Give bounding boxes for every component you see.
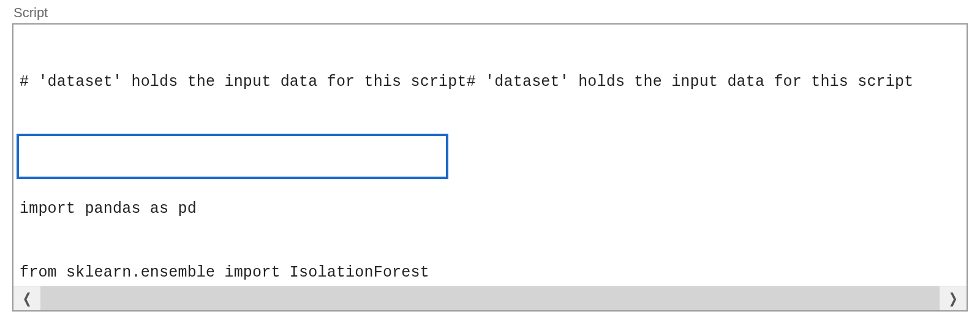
code-area[interactable]: # 'dataset' holds the input data for thi… bbox=[13, 25, 967, 312]
scroll-right-button[interactable]: ❭ bbox=[940, 286, 967, 310]
code-line: # 'dataset' holds the input data for thi… bbox=[20, 72, 960, 93]
script-editor[interactable]: # 'dataset' holds the input data for thi… bbox=[12, 23, 968, 312]
scroll-thumb[interactable] bbox=[40, 286, 940, 310]
scroll-left-button[interactable]: ❬ bbox=[13, 286, 40, 310]
chevron-right-icon: ❭ bbox=[948, 291, 959, 307]
horizontal-scrollbar[interactable]: ❬ ❭ bbox=[13, 286, 967, 310]
panel-label: Script bbox=[12, 5, 968, 21]
code-line: from sklearn.ensemble import IsolationFo… bbox=[20, 262, 960, 284]
chevron-left-icon: ❬ bbox=[21, 291, 32, 307]
highlight-annotation bbox=[17, 134, 448, 179]
code-line: import pandas as pd bbox=[20, 199, 960, 220]
scroll-track[interactable] bbox=[40, 286, 940, 310]
